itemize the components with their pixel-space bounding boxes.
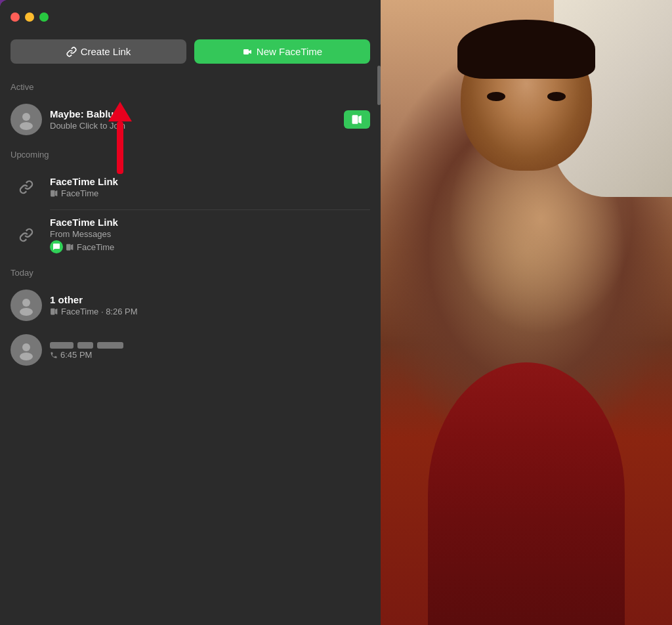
new-facetime-label: New FaceTime xyxy=(257,46,322,57)
eyes-area xyxy=(487,92,566,105)
upcoming-section-label: Upcoming xyxy=(0,142,381,165)
create-link-label: Create Link xyxy=(81,46,131,57)
person-icon xyxy=(16,109,37,130)
svg-point-0 xyxy=(22,113,30,121)
small-video-icon xyxy=(50,190,58,197)
new-facetime-button[interactable]: New FaceTime xyxy=(194,39,370,64)
small-video-icon xyxy=(50,308,58,315)
item-content: 6:45 PM xyxy=(50,340,370,360)
redacted-name-block-2 xyxy=(77,342,93,349)
video-panel xyxy=(381,0,672,625)
svg-point-4 xyxy=(22,343,30,351)
list-item[interactable]: FaceTime Link FaceTime xyxy=(0,165,381,209)
scrollbar-track[interactable] xyxy=(377,53,381,446)
item-name: 1 other xyxy=(50,294,370,305)
item-name: Maybe: Bablu xyxy=(50,108,336,119)
link-icon-container xyxy=(10,171,42,203)
app-window: Create Link New FaceTime Active Mayb xyxy=(0,0,381,625)
arrow-annotation xyxy=(108,102,132,174)
link-icon-container xyxy=(10,219,42,251)
avatar xyxy=(10,290,42,321)
today-section-label: Today xyxy=(0,260,381,283)
item-content: 1 other FaceTime · 8:26 PM xyxy=(50,294,370,316)
maximize-button[interactable] xyxy=(39,12,49,22)
item-subtitle-row: FaceTime xyxy=(50,240,370,253)
right-eye xyxy=(547,92,566,101)
video-join-badge[interactable] xyxy=(344,110,370,129)
messages-badge xyxy=(50,240,63,253)
shirt-shape xyxy=(428,362,625,625)
link-icon xyxy=(19,180,33,194)
video-icon xyxy=(242,47,253,57)
hair-shape xyxy=(457,20,595,79)
svg-point-5 xyxy=(20,353,33,360)
from-messages-label: From Messages xyxy=(50,229,370,239)
list-item[interactable]: Maybe: Bablu Double Click to Join xyxy=(0,97,381,142)
item-content: FaceTime Link From Messages FaceTime xyxy=(50,217,370,253)
arrow-shaft xyxy=(117,121,123,174)
list-item[interactable]: 6:45 PM xyxy=(0,328,381,372)
item-subtitle: FaceTime xyxy=(50,188,370,198)
title-bar xyxy=(0,0,381,34)
item-content: FaceTime Link FaceTime xyxy=(50,176,370,198)
person-icon xyxy=(16,339,37,360)
left-eye xyxy=(487,92,505,101)
video-badge-icon xyxy=(351,115,363,124)
item-title: FaceTime Link xyxy=(50,176,370,187)
small-video-icon xyxy=(66,244,74,251)
redacted-name-row xyxy=(50,342,370,349)
item-subtitle: 6:45 PM xyxy=(50,350,370,360)
item-title: FaceTime Link xyxy=(50,217,370,228)
avatar xyxy=(10,104,42,135)
svg-point-2 xyxy=(22,299,30,307)
link-icon xyxy=(66,47,77,57)
facetime-label: FaceTime xyxy=(77,242,114,252)
link-icon xyxy=(19,228,33,242)
toolbar: Create Link New FaceTime xyxy=(0,34,381,74)
content-list[interactable]: Active Maybe: Bablu Double Click to Join… xyxy=(0,74,381,625)
arrow-head xyxy=(108,102,132,121)
svg-point-1 xyxy=(20,122,33,130)
svg-point-3 xyxy=(20,308,33,316)
list-item[interactable]: 1 other FaceTime · 8:26 PM xyxy=(0,283,381,328)
call-time: 6:45 PM xyxy=(60,350,92,360)
messages-icon xyxy=(52,243,60,251)
phone-icon xyxy=(50,351,58,359)
minimize-button[interactable] xyxy=(25,12,34,22)
redacted-name-block-3 xyxy=(97,342,123,349)
active-section-label: Active xyxy=(0,74,381,97)
avatar xyxy=(10,334,42,366)
item-subtitle: Double Click to Join xyxy=(50,121,336,131)
item-content: Maybe: Bablu Double Click to Join xyxy=(50,108,336,131)
redacted-name-block xyxy=(50,342,74,349)
close-button[interactable] xyxy=(10,12,20,22)
traffic-lights xyxy=(10,12,49,22)
person-icon xyxy=(16,295,37,316)
create-link-button[interactable]: Create Link xyxy=(10,39,186,64)
call-detail: FaceTime · 8:26 PM xyxy=(61,307,138,316)
facetime-subtitle: FaceTime xyxy=(61,188,98,198)
list-item[interactable]: FaceTime Link From Messages FaceTime xyxy=(0,210,381,260)
scrollbar-thumb[interactable] xyxy=(377,66,381,105)
item-subtitle: FaceTime · 8:26 PM xyxy=(50,307,370,316)
video-feed xyxy=(381,0,672,625)
